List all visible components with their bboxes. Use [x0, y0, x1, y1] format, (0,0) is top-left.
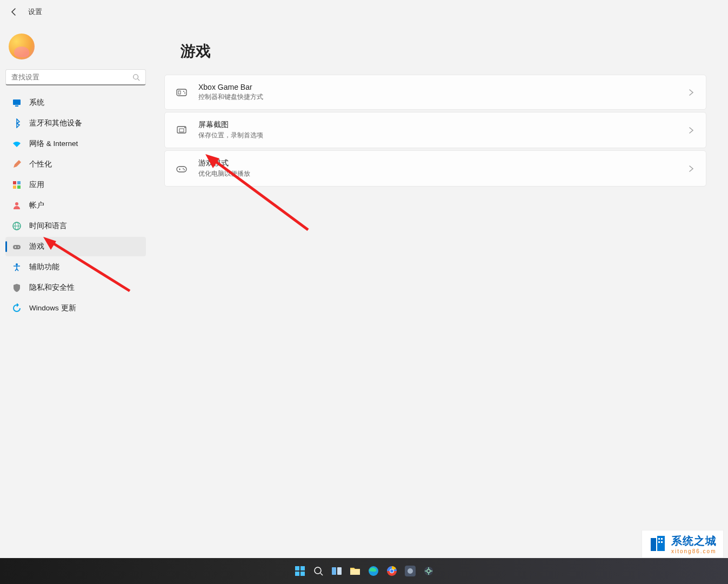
svg-rect-2: [13, 99, 21, 105]
sidebar-item-monitor[interactable]: 系统: [5, 93, 146, 112]
sidebar-item-gamepad[interactable]: 游戏: [5, 237, 146, 256]
chevron-right-icon: [687, 165, 695, 172]
watermark-logo-icon: [649, 535, 667, 553]
svg-rect-40: [300, 566, 305, 570]
settings-card-capture[interactable]: 屏幕截图 保存位置，录制首选项: [164, 112, 706, 148]
user-avatar-area[interactable]: [5, 28, 146, 69]
taskbar-search-button[interactable]: [311, 563, 326, 579]
sidebar-item-globe[interactable]: 时间和语言: [5, 216, 146, 236]
accessibility-icon: [12, 262, 22, 272]
sidebar-item-label: 个性化: [29, 160, 52, 169]
capture-icon: [176, 124, 188, 136]
search-icon: [132, 74, 140, 81]
brush-icon: [12, 160, 22, 169]
nav: 系统蓝牙和其他设备网络 & Internet个性化应用帐户时间和语言游戏辅助功能…: [5, 93, 146, 318]
sidebar-item-wifi[interactable]: 网络 & Internet: [5, 134, 146, 154]
edge-icon: [368, 566, 379, 576]
svg-rect-18: [178, 91, 181, 94]
gear-icon: [423, 566, 434, 576]
svg-rect-6: [13, 185, 16, 189]
svg-rect-5: [17, 181, 21, 184]
taskbar-taskview-button[interactable]: [329, 563, 344, 579]
svg-point-16: [16, 263, 18, 266]
watermark: 系统之城 xitong86.com: [642, 530, 724, 558]
sidebar-item-label: 网络 & Internet: [29, 139, 78, 149]
chevron-right-icon: [687, 127, 695, 134]
taskbar-app-button[interactable]: [403, 563, 418, 579]
sidebar-item-apps[interactable]: 应用: [5, 175, 146, 195]
sidebar-item-person[interactable]: 帐户: [5, 196, 146, 215]
settings-card-xbox[interactable]: Xbox Game Bar 控制器和键盘快捷方式: [164, 75, 706, 110]
monitor-icon: [12, 98, 22, 108]
sidebar-item-bluetooth[interactable]: 蓝牙和其他设备: [5, 114, 146, 133]
sidebar: 系统蓝牙和其他设备网络 & Internet个性化应用帐户时间和语言游戏辅助功能…: [0, 24, 151, 584]
svg-point-20: [184, 92, 185, 94]
svg-line-1: [138, 78, 140, 81]
svg-rect-47: [350, 569, 360, 575]
taskbar: [0, 558, 728, 584]
svg-point-23: [184, 127, 185, 128]
sidebar-item-label: 应用: [29, 180, 44, 190]
chrome-icon: [386, 566, 397, 576]
settings-cards: Xbox Game Bar 控制器和键盘快捷方式 屏幕截图 保存位置，录制首选项…: [164, 75, 706, 187]
svg-point-52: [390, 569, 393, 573]
taskbar-edge-button[interactable]: [366, 563, 381, 579]
arrow-left-icon: [10, 8, 18, 16]
person-icon: [12, 201, 22, 210]
settings-card-gamemode[interactable]: 游戏模式 优化电脑以便播放: [164, 150, 706, 187]
svg-rect-7: [17, 185, 21, 189]
svg-rect-24: [177, 167, 186, 172]
svg-point-43: [315, 567, 321, 574]
search-icon: [313, 566, 323, 576]
svg-rect-4: [13, 181, 16, 184]
header-title: 设置: [28, 7, 42, 17]
svg-rect-36: [661, 538, 663, 540]
sidebar-item-accessibility[interactable]: 辅助功能: [5, 257, 146, 277]
taskbar-explorer-button[interactable]: [348, 563, 363, 579]
apps-icon: [12, 180, 22, 190]
chevron-right-icon: [687, 89, 695, 96]
globe-icon: [12, 221, 22, 231]
sidebar-item-label: 隐私和安全性: [29, 283, 75, 293]
sidebar-item-update[interactable]: Windows 更新: [5, 298, 146, 318]
update-icon: [12, 303, 22, 313]
page-title: 游戏: [181, 41, 706, 62]
main-content: 游戏 Xbox Game Bar 控制器和键盘快捷方式 屏幕截图 保存位置，录制…: [151, 24, 728, 584]
svg-rect-38: [661, 541, 663, 543]
taskbar-settings-button[interactable]: [421, 563, 436, 579]
svg-point-8: [15, 202, 18, 205]
back-button[interactable]: [9, 6, 19, 17]
svg-rect-33: [651, 538, 656, 551]
search-box[interactable]: [5, 69, 146, 85]
card-title: 屏幕截图: [198, 120, 677, 130]
svg-point-13: [18, 247, 19, 248]
settings-header: 设置: [0, 0, 728, 24]
taskview-icon: [331, 566, 342, 576]
taskbar-start-button[interactable]: [292, 563, 308, 579]
app-icon: [405, 566, 416, 576]
sidebar-item-shield[interactable]: 隐私和安全性: [5, 278, 146, 297]
folder-icon: [350, 566, 360, 576]
sidebar-item-label: 时间和语言: [29, 221, 67, 231]
card-subtitle: 优化电脑以便播放: [198, 169, 677, 178]
gamepad-icon: [12, 242, 22, 251]
shield-icon: [12, 283, 22, 293]
svg-rect-46: [337, 567, 342, 575]
sidebar-item-brush[interactable]: 个性化: [5, 155, 146, 174]
xbox-icon: [176, 87, 188, 98]
svg-point-0: [133, 74, 138, 79]
card-text: 屏幕截图 保存位置，录制首选项: [198, 120, 677, 140]
search-input[interactable]: [11, 73, 132, 81]
svg-rect-12: [13, 245, 21, 249]
svg-line-44: [320, 573, 323, 575]
taskbar-chrome-button[interactable]: [384, 563, 399, 579]
card-subtitle: 保存位置，录制首选项: [198, 131, 677, 140]
svg-rect-35: [658, 538, 660, 540]
svg-point-27: [183, 168, 184, 169]
bluetooth-icon: [12, 118, 22, 128]
svg-rect-39: [295, 566, 299, 570]
svg-point-19: [183, 91, 184, 92]
svg-rect-3: [15, 105, 18, 107]
svg-rect-22: [179, 129, 184, 132]
wifi-icon: [12, 139, 22, 149]
